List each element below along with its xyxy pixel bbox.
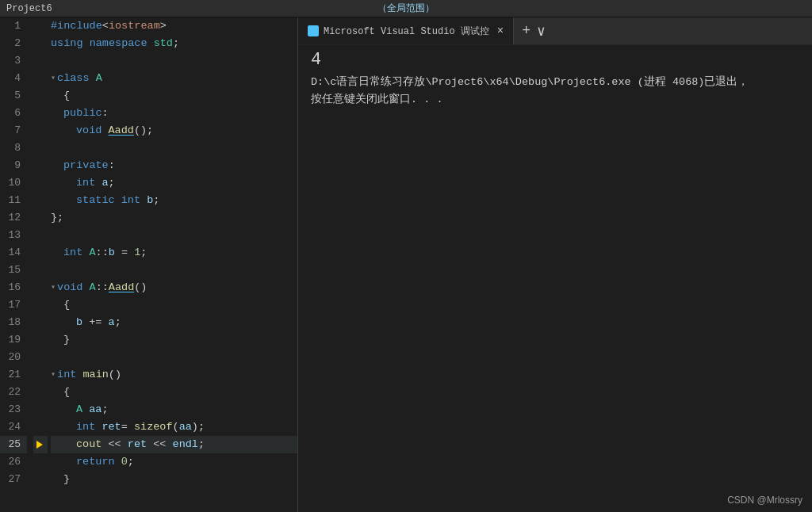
gutter-cell [33,17,48,35]
class-name-token: A [96,70,102,87]
line-number: 8 [0,139,27,157]
gutter-cell [33,453,48,471]
code-line: ▾class A [51,70,297,87]
gutter-cell [33,296,48,314]
line-number: 17 [0,296,27,314]
line-number: 14 [0,244,27,262]
kw-token: int [76,174,95,192]
plain-token: ; [128,453,134,471]
line-numbers: 1234567891011121314151617181920212223242… [0,17,33,512]
gutter-cell [33,192,48,209]
plain-token [115,453,121,471]
code-lines: #include<iostream>using namespace std;▾c… [48,17,297,512]
var-token: b [109,244,115,262]
var-token: b [76,314,82,331]
var-token: b [147,192,153,209]
code-line: } [51,331,297,349]
code-line: public: [51,105,297,122]
code-line [51,52,297,70]
main-area: 1234567891011121314151617181920212223242… [0,17,812,512]
plain-token [76,366,82,384]
kw-token: using [51,35,83,52]
var-token: a [109,314,115,331]
code-panel: 1234567891011121314151617181920212223242… [0,17,297,512]
plain-token: ; [115,314,121,331]
console-close-icon[interactable]: × [497,25,504,37]
console-tab-label: Microsoft Visual Studio 调试控 [324,25,489,38]
var-token: endl [173,436,198,453]
collapse-token[interactable]: ▾ [51,279,56,296]
code-line: cout << ret << endl; [51,436,297,453]
line-number: 25 [0,436,27,453]
kw-token: #include [51,17,102,35]
plain-token: () [134,279,147,296]
kw-token: int [121,192,140,209]
class-name-token: A [76,401,82,418]
code-line: { [51,384,297,401]
line-number: 20 [0,349,27,366]
console-body: 4 D:\c语言日常练习存放\Project6\x64\Debug\Projec… [298,45,812,512]
plain-token: ); [192,418,205,436]
plain-token [82,244,89,262]
num-token: 0 [121,453,128,471]
plain-token: = [121,418,134,436]
plain-token: (); [134,122,153,139]
line-number: 1 [0,17,27,35]
gutter-cell [33,262,48,279]
line-number: 23 [0,401,27,418]
code-line: #include<iostream> [51,17,297,35]
fn-token: Aadd [109,122,134,139]
gutter-cell [33,384,48,401]
kw-token: int [57,366,76,384]
console-tab[interactable]: Microsoft Visual Studio 调试控 × [298,17,514,44]
console-tab-icon [308,25,319,36]
code-line: using namespace std; [51,35,297,52]
line-number: 21 [0,366,27,384]
console-exit-message: D:\c语言日常练习存放\Project6\x64\Debug\Project6… [311,74,799,108]
collapse-token[interactable]: ▾ [51,366,56,384]
gutter-cell [33,279,48,296]
line-number: 26 [0,453,27,471]
plain-token [82,401,89,418]
code-line: private: [51,157,297,174]
gutter-cell [33,401,48,418]
code-line: int a; [51,174,297,192]
line-number: 13 [0,227,27,244]
var-token: aa [89,401,102,418]
gutter-cell [33,139,48,157]
code-line: { [51,87,297,105]
gutter-cell [33,70,48,87]
code-line: { [51,296,297,314]
plain-token: < [102,17,109,35]
line-number: 18 [0,314,27,331]
gutter-cell [33,314,48,331]
kw-token: void [57,279,82,296]
line-number: 10 [0,174,27,192]
code-line: int ret= sizeof(aa); [51,418,297,436]
plain-token [95,174,102,192]
plain-token: : [109,157,115,174]
kw-token: void [76,122,102,139]
gutter-cell [33,471,48,488]
scope-label: （全局范围） [377,2,435,15]
plain-token: : [102,105,109,122]
code-line: return 0; [51,453,297,471]
top-bar: Project6 （全局范围） [0,0,812,17]
code-line: b += a; [51,314,297,331]
plain-token [82,279,89,296]
line-number: 9 [0,157,27,174]
console-output-number: 4 [311,52,799,69]
line-number: 12 [0,209,27,227]
add-tab-icon[interactable]: + [522,23,530,39]
gutter-cell [33,35,48,52]
collapse-token[interactable]: ▾ [51,70,56,87]
kw-token: int [76,418,95,436]
code-line: }; [51,209,297,227]
kw-token: namespace [90,35,147,52]
code-line [51,139,297,157]
line-number: 24 [0,418,27,436]
fn-token: main [82,366,108,384]
code-line: void Aadd(); [51,122,297,139]
expand-tab-icon[interactable]: ∨ [537,22,546,40]
code-line: ▾int main() [51,366,297,384]
